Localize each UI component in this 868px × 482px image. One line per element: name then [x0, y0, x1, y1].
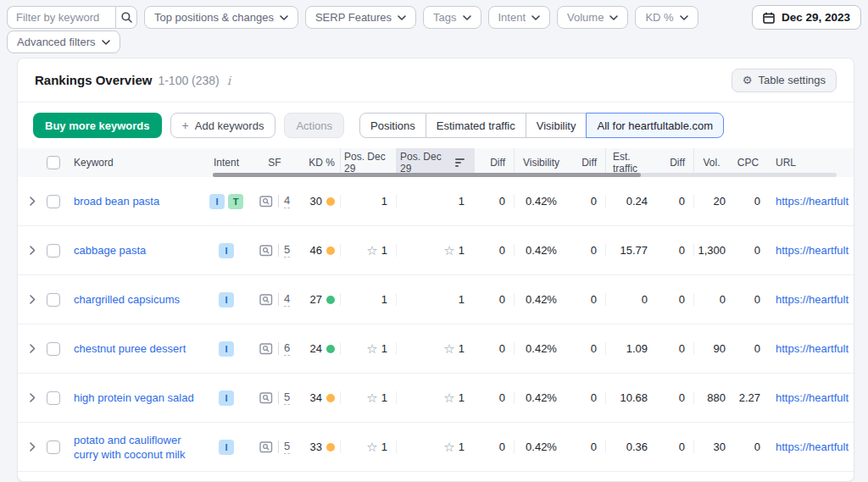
add-keywords-button[interactable]: + Add keywords — [170, 113, 276, 138]
sf-count[interactable]: 5 — [284, 440, 290, 454]
url-link[interactable]: https://heartfult — [776, 195, 849, 208]
sf-count[interactable]: 6 — [284, 341, 290, 356]
serp-preview-icon[interactable] — [259, 343, 273, 355]
sf-count[interactable]: 4 — [284, 292, 290, 307]
actions-button[interactable]: Actions — [284, 113, 344, 138]
table-row: potato and cauliflower curry with coconu… — [18, 423, 854, 472]
serp-preview-icon[interactable] — [259, 392, 273, 404]
diff-pos-cell: 0 — [475, 293, 514, 306]
serp-preview-icon[interactable] — [259, 196, 273, 208]
diff-traffic-cell: 0 — [658, 342, 693, 355]
row-expand-button[interactable] — [18, 344, 47, 353]
cpc-cell: 0 — [732, 293, 768, 306]
advanced-filters-dropdown[interactable]: Advanced filters — [7, 30, 120, 53]
divider — [278, 244, 279, 257]
keyword-link[interactable]: cabbage pasta — [74, 243, 146, 258]
row-checkbox[interactable] — [47, 391, 60, 405]
dropdown-label: SERP Features — [315, 11, 392, 24]
keyword-link[interactable]: broad bean pasta — [74, 194, 159, 208]
url-link[interactable]: https://heartfult — [776, 342, 849, 355]
panel-header: Rankings Overview 1-100 (238) i ⚙ Table … — [18, 58, 854, 102]
star-icon: ☆ — [366, 244, 377, 257]
dropdown-tags[interactable]: Tags — [423, 6, 481, 29]
url-link[interactable]: https://heartfult — [776, 391, 849, 404]
info-icon[interactable]: i — [227, 74, 231, 87]
serp-preview-icon[interactable] — [259, 441, 273, 453]
serp-preview-icon[interactable] — [259, 245, 273, 257]
est-traffic-cell: 0.36 — [605, 440, 658, 453]
pos-prev-cell: ☆ 1 — [340, 342, 396, 355]
table-settings-label: Table settings — [759, 74, 826, 86]
keyword-link[interactable]: potato and cauliflower curry with coconu… — [74, 433, 198, 462]
row-expand-button[interactable] — [18, 246, 47, 255]
row-expand-button[interactable] — [18, 295, 47, 304]
tab-estimated-traffic[interactable]: Estimated traffic — [426, 113, 526, 138]
volume-cell: 20 — [693, 195, 732, 208]
row-checkbox[interactable] — [47, 293, 60, 307]
serp-preview-icon[interactable] — [259, 294, 273, 306]
kd-dot — [326, 345, 335, 353]
diff-visibility-cell: 0 — [568, 391, 605, 404]
pos-current-value: 1 — [459, 195, 465, 208]
buy-more-keywords-button[interactable]: Buy more keywords — [33, 113, 162, 138]
date-label: Dec 29, 2023 — [782, 11, 850, 24]
row-checkbox[interactable] — [47, 244, 60, 258]
table-settings-button[interactable]: ⚙ Table settings — [732, 69, 837, 92]
pos-prev-cell: ☆ 1 — [340, 244, 396, 257]
visibility-cell: 0.42% — [514, 440, 568, 453]
kd-value: 33 — [310, 440, 322, 453]
header-keyword[interactable]: Keyword — [70, 148, 204, 177]
row-checkbox[interactable] — [47, 195, 60, 208]
tab-positions[interactable]: Positions — [359, 113, 426, 138]
dropdown-label: KD % — [645, 11, 673, 24]
search-button[interactable] — [115, 6, 137, 29]
pos-prev-value: 1 — [381, 440, 387, 453]
dropdown-volume[interactable]: Volume — [557, 6, 628, 29]
pos-current-value: 1 — [459, 342, 465, 355]
url-link[interactable]: https://heartfult — [776, 440, 849, 453]
url-link[interactable]: https://heartfult — [776, 293, 849, 306]
tab-all-for-domain[interactable]: All for heartfultable.com — [586, 113, 724, 138]
keyword-link[interactable]: chargrilled capsicums — [74, 292, 180, 307]
dropdown-top-positions[interactable]: Top positions & changes — [144, 6, 298, 29]
select-all-checkbox[interactable] — [47, 156, 60, 169]
dropdown-serp-features[interactable]: SERP Features — [305, 6, 416, 29]
cpc-cell: 0 — [732, 195, 768, 208]
keyword-link[interactable]: high protein vegan salad — [74, 391, 194, 405]
date-picker-button[interactable]: Dec 29, 2023 — [752, 5, 861, 30]
sf-count[interactable]: 5 — [284, 243, 290, 258]
pos-current-cell: ☆ 1 — [396, 244, 475, 257]
keyword-filter-input[interactable] — [7, 6, 115, 29]
pos-current-cell: ☆ 1 — [396, 391, 475, 404]
diff-pos-cell: 0 — [475, 195, 514, 208]
row-expand-button[interactable] — [18, 442, 47, 452]
sf-count[interactable]: 5 — [284, 391, 290, 405]
view-tabs: Positions Estimated traffic Visibility A… — [359, 113, 724, 138]
tab-visibility[interactable]: Visibility — [526, 113, 587, 138]
kd-dot — [326, 394, 335, 402]
divider — [278, 195, 279, 208]
kd-cell: 46 — [301, 244, 340, 257]
intent-badge: I — [219, 341, 234, 357]
pos-current-value: 1 — [459, 244, 465, 257]
dropdown-label: Top positions & changes — [154, 11, 274, 24]
calendar-icon — [763, 12, 775, 24]
plus-icon: + — [182, 119, 189, 132]
sf-count[interactable]: 4 — [284, 194, 290, 208]
kd-value: 34 — [310, 391, 322, 404]
star-icon: ☆ — [443, 342, 454, 355]
row-checkbox[interactable] — [47, 342, 60, 356]
kd-cell: 30 — [301, 195, 340, 208]
row-expand-button[interactable] — [18, 393, 47, 402]
keyword-link[interactable]: chestnut puree dessert — [74, 341, 186, 356]
kd-value: 27 — [310, 293, 322, 306]
visibility-cell: 0.42% — [514, 293, 568, 306]
intent-badge: I — [219, 440, 234, 455]
dropdown-intent[interactable]: Intent — [488, 6, 551, 29]
row-checkbox[interactable] — [47, 440, 60, 454]
row-expand-button[interactable] — [18, 197, 47, 206]
scrollbar-thumb[interactable] — [213, 173, 641, 177]
pos-prev-value: 1 — [381, 391, 387, 404]
dropdown-kd[interactable]: KD % — [635, 6, 698, 29]
url-link[interactable]: https://heartfult — [776, 244, 849, 257]
